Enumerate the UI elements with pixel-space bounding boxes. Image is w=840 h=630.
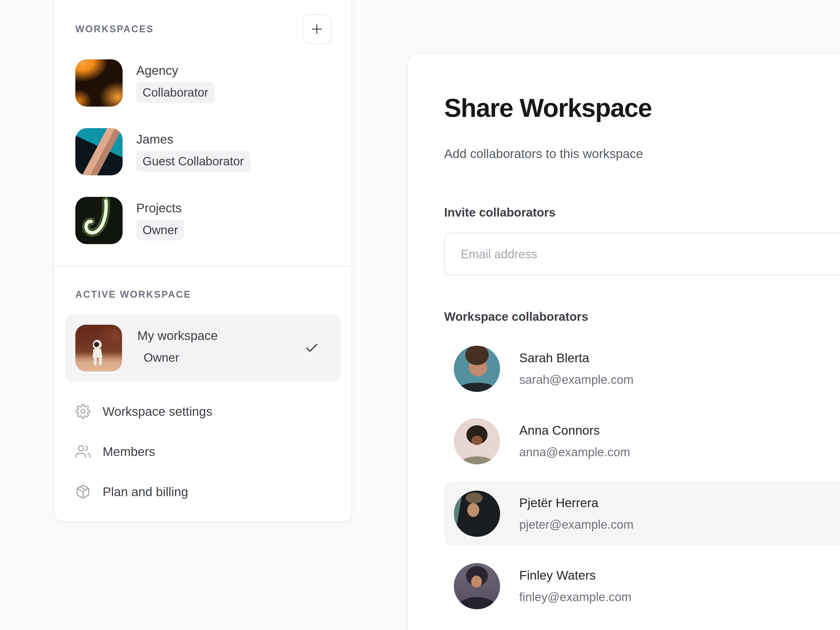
collaborator-row-sarah[interactable]: Sarah Blerta sarah@example.com xyxy=(444,337,840,401)
menu-item-plan-and-billing[interactable]: Plan and billing xyxy=(75,476,330,507)
workspace-role-badge: Owner xyxy=(136,220,184,240)
workspace-avatar-agency xyxy=(75,59,123,107)
collaborator-email: anna@example.com xyxy=(519,445,630,459)
avatar xyxy=(454,418,500,464)
email-input[interactable] xyxy=(444,232,840,276)
menu-item-label: Workspace settings xyxy=(103,404,212,419)
collaborator-name: Anna Connors xyxy=(519,423,630,438)
workspace-item-james[interactable]: James Guest Collaborator xyxy=(75,128,330,175)
collaborator-email: pjeter@example.com xyxy=(519,517,633,532)
workspace-item-agency[interactable]: Agency Collaborator xyxy=(75,59,330,107)
avatar xyxy=(454,346,500,392)
workspaces-header: WORKSPACES xyxy=(75,14,332,44)
collaborator-list: Sarah Blerta sarah@example.com Anna Conn… xyxy=(444,337,840,618)
workspaces-section-label: WORKSPACES xyxy=(75,24,154,35)
workspace-name: James xyxy=(136,132,173,147)
workspace-list: Agency Collaborator James Guest Collabor… xyxy=(54,59,352,244)
active-workspace-section-label: ACTIVE WORKSPACE xyxy=(75,289,330,300)
avatar xyxy=(454,491,500,537)
avatar xyxy=(454,563,500,609)
workspace-avatar-my-workspace xyxy=(75,325,122,371)
menu-item-label: Plan and billing xyxy=(103,485,188,499)
plus-icon xyxy=(310,22,324,36)
collaborator-email: sarah@example.com xyxy=(519,373,633,387)
workspace-role-badge: Collaborator xyxy=(136,82,215,103)
collaborator-name: Pjetër Herrera xyxy=(519,495,633,510)
active-workspace-name: My workspace xyxy=(137,328,218,343)
collaborator-row-pjeter[interactable]: Pjetër Herrera pjeter@example.com xyxy=(444,482,840,546)
collaborator-name: Sarah Blerta xyxy=(519,351,633,366)
workspace-switcher-panel: WORKSPACES Agency Collaborator James Gue… xyxy=(54,0,352,522)
users-icon xyxy=(75,444,90,459)
workspace-item-projects[interactable]: Projects Owner xyxy=(75,197,330,244)
gear-icon xyxy=(75,404,90,419)
workspace-avatar-james xyxy=(75,128,123,175)
active-workspace-role-badge: Owner xyxy=(137,347,185,368)
active-workspace-item[interactable]: My workspace Owner xyxy=(65,314,341,382)
collaborator-row-finley[interactable]: Finley Waters finley@example.com xyxy=(444,554,840,618)
menu-item-workspace-settings[interactable]: Workspace settings xyxy=(75,396,330,427)
check-icon xyxy=(304,341,319,356)
workspace-avatar-projects xyxy=(75,197,123,244)
collaborator-name: Finley Waters xyxy=(519,568,632,583)
workspace-name: Agency xyxy=(136,63,178,78)
collaborator-row-anna[interactable]: Anna Connors anna@example.com xyxy=(444,409,840,473)
workspace-menu: Workspace settings Members xyxy=(75,396,330,507)
workspace-name: Projects xyxy=(136,201,182,216)
share-workspace-panel: Share Workspace Add collaborators to thi… xyxy=(407,53,840,630)
add-workspace-button[interactable] xyxy=(302,14,332,44)
workspace-role-badge: Guest Collaborator xyxy=(136,151,250,172)
menu-item-label: Members xyxy=(103,444,155,459)
section-divider xyxy=(54,266,352,267)
invite-collaborators-label: Invite collaborators xyxy=(444,205,840,219)
page-title: Share Workspace xyxy=(444,93,840,123)
page-subtitle: Add collaborators to this workspace xyxy=(444,147,840,161)
collaborator-email: finley@example.com xyxy=(519,590,632,604)
menu-item-members[interactable]: Members xyxy=(75,436,330,467)
package-icon xyxy=(75,484,90,499)
workspace-collaborators-label: Workspace collaborators xyxy=(444,310,840,324)
